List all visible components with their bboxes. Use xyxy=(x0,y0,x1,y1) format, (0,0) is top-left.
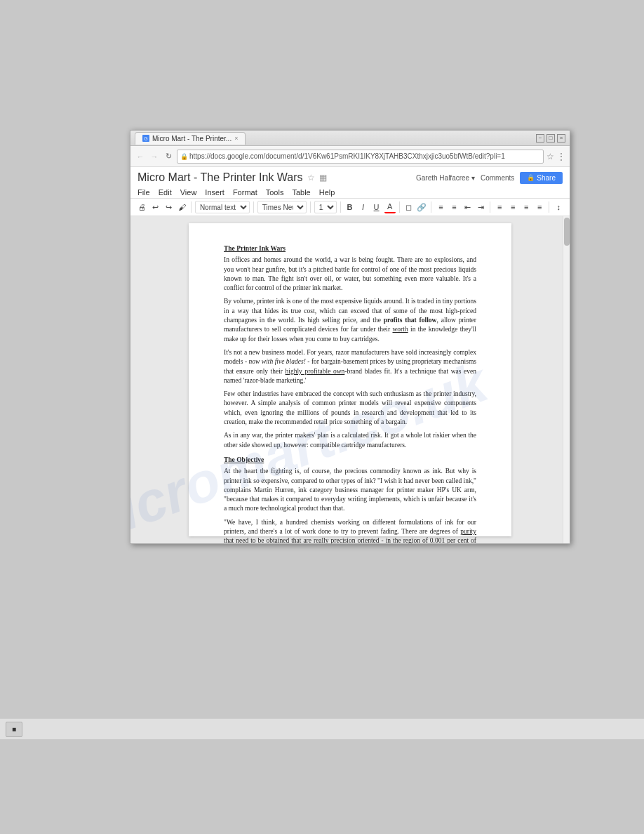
align-center-button[interactable]: ≡ xyxy=(507,201,518,213)
reload-button[interactable]: ↻ xyxy=(163,151,174,162)
separator-4 xyxy=(340,201,341,213)
align-right-button[interactable]: ≡ xyxy=(521,201,532,213)
align-justify-button[interactable]: ≡ xyxy=(534,201,545,213)
lock-icon: 🔒 xyxy=(180,153,188,160)
minimize-button[interactable]: − xyxy=(536,134,544,143)
section2-para-1: At the heart the fighting is, of course,… xyxy=(224,467,476,513)
doc-scroll-area: micromart.co.uk The Printer Ink Wars In … xyxy=(130,216,570,543)
docs-menu-row: File Edit View Insert Format Tools Table… xyxy=(137,187,563,198)
section1-title: The Printer Ink Wars xyxy=(224,244,476,253)
title-bar-left: G Micro Mart - The Printer... × xyxy=(135,132,246,145)
browser-tab[interactable]: G Micro Mart - The Printer... × xyxy=(135,132,246,145)
doc-page: micromart.co.uk The Printer Ink Wars In … xyxy=(189,223,511,536)
menu-format[interactable]: Format xyxy=(233,187,257,198)
bottom-area xyxy=(0,739,644,834)
link-button[interactable]: 🔗 xyxy=(416,201,427,213)
menu-table[interactable]: Table xyxy=(292,187,310,198)
scrollbar-thumb[interactable] xyxy=(564,218,570,246)
docs-header: Micro Mart - The Printer Ink Wars ☆ ▦ Ga… xyxy=(130,167,570,199)
italic-button[interactable]: I xyxy=(358,201,369,213)
menu-view[interactable]: View xyxy=(180,187,197,198)
share-lock-icon: 🔒 xyxy=(527,174,535,181)
undo-button[interactable]: ↩ xyxy=(149,201,161,213)
comments-button[interactable]: Comments xyxy=(481,174,514,182)
url-display: https://docs.google.com/document/d/1V6Kw… xyxy=(189,152,505,160)
print-button[interactable]: 🖨 xyxy=(136,201,147,213)
separator-3 xyxy=(310,201,311,213)
docs-title-right: Gareth Halfacree ▾ Comments 🔒 Share xyxy=(416,172,563,184)
address-input[interactable]: 🔒 https://docs.google.com/document/d/1V6… xyxy=(177,150,544,164)
taskbar-item[interactable]: ■ xyxy=(6,722,22,737)
separator-1 xyxy=(191,201,192,213)
title-bar: G Micro Mart - The Printer... × − □ × xyxy=(130,131,570,146)
section1-para-4: Few other industries have embraced the c… xyxy=(224,390,476,427)
tab-label: Micro Mart - The Printer... xyxy=(152,135,232,143)
separator-2 xyxy=(253,201,254,213)
menu-help[interactable]: Help xyxy=(319,187,335,198)
bullet-list-button[interactable]: ≡ xyxy=(448,201,459,213)
maximize-button[interactable]: □ xyxy=(546,134,555,143)
redo-button[interactable]: ↪ xyxy=(163,201,174,213)
tab-favicon: G xyxy=(142,135,149,142)
separator-8 xyxy=(549,201,549,213)
section2-title: The Objective xyxy=(224,456,476,465)
close-button[interactable]: × xyxy=(557,134,565,143)
numbered-list-button[interactable]: ≡ xyxy=(435,201,446,213)
star-icon[interactable]: ☆ xyxy=(307,173,315,183)
menu-file[interactable]: File xyxy=(137,187,150,198)
docs-container: Micro Mart - The Printer Ink Wars ☆ ▦ Ga… xyxy=(130,167,570,543)
align-left-button[interactable]: ≡ xyxy=(494,201,505,213)
taskbar-item-label: ■ xyxy=(12,725,16,733)
increase-indent-button[interactable]: ⇥ xyxy=(475,201,486,213)
style-select[interactable]: Normal text xyxy=(195,201,250,213)
line-spacing-button[interactable]: ↕ xyxy=(553,201,564,213)
section2-para-2: "We have, I think, a hundred chemists wo… xyxy=(224,518,476,543)
address-bar: ← → ↻ 🔒 https://docs.google.com/document… xyxy=(130,146,570,167)
window-controls: − □ × xyxy=(536,134,565,143)
back-button[interactable]: ← xyxy=(135,151,146,162)
bold-button[interactable]: B xyxy=(344,201,356,213)
settings-icon[interactable]: ⋮ xyxy=(557,152,565,161)
section1-para-1: In offices and homes around the world, a… xyxy=(224,256,476,293)
scrollbar[interactable] xyxy=(563,216,570,543)
font-color-button[interactable]: A xyxy=(384,201,396,213)
user-name[interactable]: Gareth Halfacree ▾ xyxy=(416,174,475,182)
separator-7 xyxy=(490,201,490,213)
font-select[interactable]: Times New ... xyxy=(257,201,307,213)
share-label: Share xyxy=(537,174,556,182)
paint-format-button[interactable]: 🖌 xyxy=(176,201,187,213)
bookmark-icon[interactable]: ☆ xyxy=(546,152,554,161)
docs-title-left: Micro Mart - The Printer Ink Wars ☆ ▦ xyxy=(137,171,327,184)
forward-button[interactable]: → xyxy=(149,151,160,162)
docs-title: Micro Mart - The Printer Ink Wars xyxy=(137,171,303,184)
underline-button[interactable]: U xyxy=(371,201,382,213)
menu-insert[interactable]: Insert xyxy=(205,187,224,198)
address-bar-icons: ☆ ⋮ xyxy=(546,152,565,161)
separator-5 xyxy=(399,201,400,213)
highlight-button[interactable]: ◻ xyxy=(403,201,414,213)
browser-window: G Micro Mart - The Printer... × − □ × ← … xyxy=(130,130,570,544)
folder-icon[interactable]: ▦ xyxy=(319,173,327,183)
docs-toolbar: 🖨 ↩ ↪ 🖌 Normal text Times New ... 12 B I… xyxy=(130,199,570,216)
section1-para-3: It's not a new business model. For years… xyxy=(224,348,476,385)
menu-tools[interactable]: Tools xyxy=(266,187,284,198)
tab-close-button[interactable]: × xyxy=(234,135,238,142)
separator-6 xyxy=(431,201,431,213)
section1-para-2: By volume, printer ink is one of the mos… xyxy=(224,297,476,343)
taskbar: ■ xyxy=(0,718,644,739)
share-button[interactable]: 🔒 Share xyxy=(520,172,563,184)
decrease-indent-button[interactable]: ⇤ xyxy=(462,201,473,213)
docs-title-row: Micro Mart - The Printer Ink Wars ☆ ▦ Ga… xyxy=(137,171,563,184)
section1-para-5: As in any war, the printer makers' plan … xyxy=(224,431,476,450)
menu-edit[interactable]: Edit xyxy=(159,187,172,198)
font-size-select[interactable]: 12 xyxy=(314,201,337,213)
